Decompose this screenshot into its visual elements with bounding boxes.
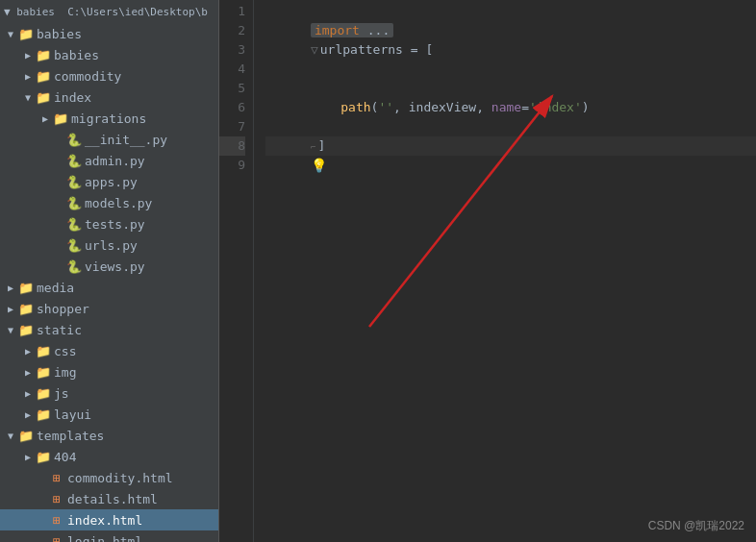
file-icon: 🐍 bbox=[65, 238, 83, 253]
file-commodity-html[interactable]: ⊞ commodity.html bbox=[0, 467, 218, 488]
project-title: ▼ babies C:\Users\ied\Desktop\b bbox=[4, 6, 208, 18]
file-urls-py[interactable]: 🐍 urls.py bbox=[0, 234, 218, 256]
folder-babies[interactable]: ▶ 📁 babies bbox=[0, 44, 218, 65]
file-models-py[interactable]: 🐍 models.py bbox=[0, 192, 218, 213]
folder-layui[interactable]: ▶ 📁 layui bbox=[0, 404, 218, 425]
file-details-html[interactable]: ⊞ details.html bbox=[0, 488, 218, 509]
folder-icon: 📁 bbox=[17, 429, 35, 443]
folder-templates[interactable]: ▼ 📁 templates bbox=[0, 425, 218, 446]
arrow-icon: ▼ bbox=[21, 92, 35, 103]
line-num-5: 5 bbox=[219, 79, 245, 98]
file-tests-py[interactable]: 🐍 tests.py bbox=[0, 213, 218, 234]
folder-label: img bbox=[54, 365, 76, 380]
arrow-icon: ▶ bbox=[21, 452, 35, 462]
fold-end-marker[interactable]: ⌐ bbox=[311, 142, 315, 152]
code-line-1: import ... bbox=[265, 2, 756, 21]
folder-js[interactable]: ▶ 📁 js bbox=[0, 382, 218, 404]
folder-404[interactable]: ▶ 📁 404 bbox=[0, 446, 218, 467]
project-root[interactable]: ▼ babies C:\Users\ied\Desktop\b bbox=[0, 0, 218, 23]
folder-icon: 📁 bbox=[35, 386, 52, 401]
file-label: apps.py bbox=[85, 175, 138, 189]
code-line-7: ⌐] bbox=[265, 117, 756, 136]
file-icon: 🐍 bbox=[65, 154, 83, 168]
folder-label: migrations bbox=[71, 111, 146, 126]
file-icon: ⊞ bbox=[48, 471, 65, 485]
file-label: login.html bbox=[67, 534, 142, 543]
line-numbers: 1 2 3 4 5 6 7 8 9 bbox=[219, 0, 254, 542]
code-line-8: 💡 bbox=[265, 136, 756, 156]
folder-babies-root[interactable]: ▼ 📁 babies bbox=[0, 23, 218, 44]
folder-icon: 📁 bbox=[35, 365, 52, 380]
file-admin-py[interactable]: 🐍 admin.py bbox=[0, 150, 218, 171]
fold-marker[interactable]: ▽ bbox=[311, 42, 318, 57]
file-label: models.py bbox=[85, 196, 152, 210]
folder-commodity[interactable]: ▶ 📁 commodity bbox=[0, 65, 218, 86]
file-icon: ⊞ bbox=[48, 513, 65, 528]
folder-icon: 📁 bbox=[35, 90, 52, 105]
file-apps-py[interactable]: 🐍 apps.py bbox=[0, 171, 218, 192]
folder-media[interactable]: ▶ 📁 media bbox=[0, 277, 218, 298]
arrow-icon: ▼ bbox=[4, 431, 17, 441]
folder-css[interactable]: ▶ 📁 css bbox=[0, 340, 218, 361]
file-label: commodity.html bbox=[67, 471, 173, 485]
folder-index[interactable]: ▼ 📁 index bbox=[0, 86, 218, 108]
folder-icon: 📁 bbox=[17, 27, 35, 41]
code-content[interactable]: import ... ▽urlpatterns = [ path('', ind… bbox=[254, 0, 756, 542]
file-icon: 🐍 bbox=[65, 217, 83, 232]
code-editor: 1 2 3 4 5 6 7 8 9 import ... ▽urlpattern… bbox=[219, 0, 756, 542]
arrow-icon: ▶ bbox=[21, 346, 35, 357]
folder-static[interactable]: ▼ 📁 static bbox=[0, 319, 218, 340]
file-icon: ⊞ bbox=[48, 492, 65, 506]
line-num-3: 3 bbox=[219, 40, 245, 60]
folder-icon: 📁 bbox=[17, 281, 35, 295]
file-icon: 🐍 bbox=[65, 196, 83, 210]
file-label: details.html bbox=[67, 492, 158, 506]
watermark: CSDN @凯瑞2022 bbox=[648, 518, 744, 534]
file-tree[interactable]: ▼ babies C:\Users\ied\Desktop\b ▼ 📁 babi… bbox=[0, 0, 219, 542]
code-line-4 bbox=[265, 60, 756, 79]
folder-migrations[interactable]: ▶ 📁 migrations bbox=[0, 108, 218, 129]
file-icon: 🐍 bbox=[65, 259, 83, 274]
folder-icon: 📁 bbox=[17, 302, 35, 316]
line-num-2: 2 bbox=[219, 21, 245, 40]
arrow-icon: ▶ bbox=[4, 283, 17, 293]
folder-label: shopper bbox=[37, 302, 89, 316]
arrow-icon: ▶ bbox=[21, 388, 35, 399]
code-line-9 bbox=[265, 156, 756, 175]
arrow-icon: ▶ bbox=[38, 113, 52, 124]
arrow-icon: ▶ bbox=[21, 50, 35, 61]
file-label: index.html bbox=[67, 513, 142, 528]
arrow-icon: ▶ bbox=[21, 71, 35, 82]
folder-label: commodity bbox=[54, 69, 121, 84]
file-label: tests.py bbox=[85, 217, 145, 232]
folder-label: templates bbox=[37, 429, 104, 443]
file-login-html[interactable]: ⊞ login.html bbox=[0, 530, 218, 542]
line-num-4: 4 bbox=[219, 60, 245, 79]
file-icon: ⊞ bbox=[48, 534, 65, 543]
lightbulb-icon: 💡 bbox=[311, 158, 327, 173]
folder-icon: 📁 bbox=[17, 323, 35, 337]
folder-icon: 📁 bbox=[52, 111, 69, 126]
file-index-html[interactable]: ⊞ index.html bbox=[0, 509, 218, 530]
folder-label: css bbox=[54, 344, 76, 358]
folder-shopper[interactable]: ▶ 📁 shopper bbox=[0, 298, 218, 319]
folder-label: media bbox=[37, 281, 74, 295]
line-num-6: 6 bbox=[219, 98, 245, 117]
file-views-py[interactable]: 🐍 views.py bbox=[0, 256, 218, 277]
folder-icon: 📁 bbox=[35, 450, 52, 464]
arrow-icon: ▶ bbox=[4, 304, 17, 314]
folder-img[interactable]: ▶ 📁 img bbox=[0, 361, 218, 382]
file-label: urls.py bbox=[85, 238, 138, 253]
folder-label: babies bbox=[54, 48, 99, 62]
watermark-text: CSDN @凯瑞2022 bbox=[648, 519, 744, 532]
folder-label: index bbox=[54, 90, 91, 105]
file-init-py[interactable]: 🐍 __init__.py bbox=[0, 129, 218, 150]
folder-label: static bbox=[37, 323, 82, 337]
arrow-icon: ▶ bbox=[21, 409, 35, 420]
line-num-1: 1 bbox=[219, 2, 245, 21]
line-num-8: 8 bbox=[219, 136, 245, 156]
folder-label: 404 bbox=[54, 450, 76, 464]
arrow-icon: ▶ bbox=[21, 367, 35, 378]
line-num-7: 7 bbox=[219, 117, 245, 136]
folder-label: layui bbox=[54, 407, 91, 422]
